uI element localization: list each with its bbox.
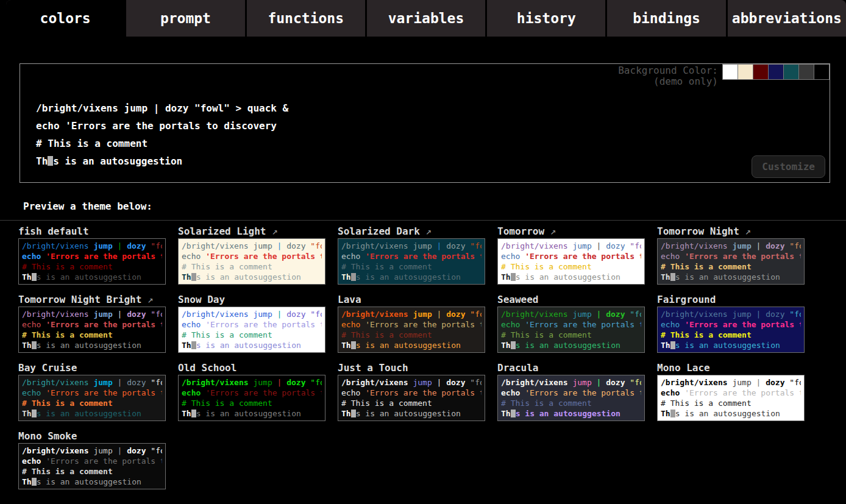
theme-sample-box[interactable]: /bright/vixens jump | dozy "fowl" > quac… xyxy=(657,375,805,421)
token-str: 'Errors are the portals to discovery xyxy=(525,252,641,261)
theme-name[interactable]: Mono Lace xyxy=(657,362,805,375)
theme-name[interactable]: Tomorrow Night Bright ↗ xyxy=(18,294,166,307)
theme-name[interactable]: Snow Day xyxy=(178,294,325,307)
theme-sample-box[interactable]: /bright/vixens jump | dozy "fowl" > quac… xyxy=(338,307,485,353)
sample-autosuggestion-line: Ths is an autosuggestion xyxy=(661,408,801,419)
token-echo: echo xyxy=(501,252,520,261)
tab-functions[interactable]: functions xyxy=(247,0,367,37)
theme-sample-box[interactable]: /bright/vixens jump | dozy "fowl" > quac… xyxy=(178,375,325,421)
theme-name[interactable]: Just a Touch xyxy=(338,362,485,375)
token-echo: echo xyxy=(22,320,41,329)
theme-name[interactable]: Fairground xyxy=(657,294,805,307)
external-link-icon[interactable]: ↗ xyxy=(739,225,751,237)
sample-autosuggestion-line: Ths is an autosuggestion xyxy=(182,272,322,282)
theme-sample-box[interactable]: /bright/vixens jump | dozy "fowl" > quac… xyxy=(18,443,166,489)
token-pipe: | xyxy=(118,241,123,250)
token-pipe: | xyxy=(437,378,442,387)
token-echo: echo xyxy=(182,320,201,329)
sample-comment-line: # This is a comment xyxy=(661,330,801,340)
token-path: /bright/vixens xyxy=(182,378,249,387)
theme-tile-dracula[interactable]: Dracula/bright/vixens jump | dozy "fowl"… xyxy=(497,362,645,421)
theme-tile-bay-cruise[interactable]: Bay Cruise/bright/vixens jump | dozy "fo… xyxy=(18,362,166,421)
theme-tile-snow-day[interactable]: Snow Day/bright/vixens jump | dozy "fowl… xyxy=(178,294,325,353)
token-str: 'Errors are the portals to discovery xyxy=(684,320,801,329)
cursor-block xyxy=(511,410,516,417)
theme-tile-tomorrow[interactable]: Tomorrow ↗/bright/vixens jump | dozy "fo… xyxy=(497,225,645,285)
theme-tile-solarized-light[interactable]: Solarized Light ↗/bright/vixens jump | d… xyxy=(178,225,325,285)
tab-history[interactable]: history xyxy=(487,0,607,37)
theme-name[interactable]: Old School xyxy=(178,362,325,375)
theme-sample-box[interactable]: /bright/vixens jump | dozy "fowl" > quac… xyxy=(18,307,166,353)
preview-autosuggestion-text: s is an autosuggestion xyxy=(53,155,182,167)
sample-command-line: /bright/vixens jump | dozy "fowl" > quac… xyxy=(501,241,641,251)
bg-swatch-0[interactable] xyxy=(722,64,738,80)
token-pipe: | xyxy=(277,241,282,250)
theme-sample-box[interactable]: /bright/vixens jump | dozy "fowl" > quac… xyxy=(18,375,166,421)
bg-swatch-1[interactable] xyxy=(738,64,753,80)
token-quote: "fowl" > quack & xyxy=(470,378,482,387)
sample-autosuggestion-line: Ths is an autosuggestion xyxy=(501,408,641,419)
token-str: 'Errors are the portals to discovery xyxy=(205,320,322,329)
theme-tile-mono-smoke[interactable]: Mono Smoke/bright/vixens jump | dozy "fo… xyxy=(18,430,166,489)
theme-tile-solarized-dark[interactable]: Solarized Dark ↗/bright/vixens jump | do… xyxy=(338,225,485,285)
tab-colors[interactable]: colors xyxy=(6,0,126,37)
theme-tile-mono-lace[interactable]: Mono Lace/bright/vixens jump | dozy "fow… xyxy=(657,362,805,421)
theme-tile-old-school[interactable]: Old School/bright/vixens jump | dozy "fo… xyxy=(178,362,325,421)
theme-sample-box[interactable]: /bright/vixens jump | dozy "fowl" > quac… xyxy=(657,307,805,353)
colors-tab-content: Background Color: (demo only) /bright/vi… xyxy=(0,63,846,489)
bg-swatch-2[interactable] xyxy=(753,64,769,80)
token-path: /bright/vixens xyxy=(501,310,568,319)
theme-tile-seaweed[interactable]: Seaweed/bright/vixens jump | dozy "fowl"… xyxy=(497,294,645,353)
token-pipe: | xyxy=(118,378,123,387)
theme-tile-tomorrow-night-bright[interactable]: Tomorrow Night Bright ↗/bright/vixens ju… xyxy=(18,294,166,353)
theme-sample-box[interactable]: /bright/vixens jump | dozy "fowl" > quac… xyxy=(338,238,485,285)
bg-swatch-3[interactable] xyxy=(768,64,784,80)
sample-autosuggestion-line: Ths is an autosuggestion xyxy=(661,272,801,282)
theme-sample-box[interactable]: /bright/vixens jump | dozy "fowl" > quac… xyxy=(497,307,645,353)
theme-sample-box[interactable]: /bright/vixens jump | dozy "fowl" > quac… xyxy=(497,375,645,421)
token-str: 'Errors are the portals to discovery xyxy=(525,388,641,397)
theme-sample-box[interactable]: /bright/vixens jump | dozy "fowl" > quac… xyxy=(338,375,485,421)
cursor-block xyxy=(32,410,37,417)
theme-tile-just-a-touch[interactable]: Just a Touch/bright/vixens jump | dozy "… xyxy=(338,362,485,421)
theme-name[interactable]: fish default xyxy=(18,225,166,238)
token-echo: echo xyxy=(661,252,680,261)
theme-name[interactable]: Mono Smoke xyxy=(18,430,166,443)
tab-variables[interactable]: variables xyxy=(367,0,487,37)
theme-name[interactable]: Lava xyxy=(338,294,485,307)
cursor-block xyxy=(511,341,516,349)
customize-button[interactable]: Customize xyxy=(752,155,825,178)
token-pipe: | xyxy=(597,241,602,250)
token-quote: "fowl" > quack & xyxy=(151,378,162,387)
theme-sample-box[interactable]: /bright/vixens jump | dozy "fowl" > quac… xyxy=(178,307,325,353)
theme-tile-lava[interactable]: Lava/bright/vixens jump | dozy "fowl" > … xyxy=(338,294,485,353)
theme-tile-fish-default[interactable]: fish default/bright/vixens jump | dozy "… xyxy=(18,225,166,285)
theme-name[interactable]: Solarized Light ↗ xyxy=(178,225,325,238)
external-link-icon[interactable]: ↗ xyxy=(266,225,278,237)
sample-comment-line: # This is a comment xyxy=(22,330,162,340)
token-comment: # This is a comment xyxy=(501,399,592,408)
theme-name[interactable]: Seaweed xyxy=(497,294,645,307)
theme-name[interactable]: Tomorrow ↗ xyxy=(497,225,645,238)
theme-sample-box[interactable]: /bright/vixens jump | dozy "fowl" > quac… xyxy=(497,238,645,285)
bg-swatch-5[interactable] xyxy=(798,64,814,80)
token-quote: "fowl" > quack & xyxy=(630,310,641,319)
tab-prompt[interactable]: prompt xyxy=(126,0,246,37)
bg-swatch-4[interactable] xyxy=(783,64,799,80)
bg-swatch-6[interactable] xyxy=(814,64,830,80)
external-link-icon[interactable]: ↗ xyxy=(420,225,432,237)
theme-name[interactable]: Bay Cruise xyxy=(18,362,166,375)
theme-name[interactable]: Dracula xyxy=(497,362,645,375)
theme-tile-tomorrow-night[interactable]: Tomorrow Night ↗/bright/vixens jump | do… xyxy=(657,225,805,285)
theme-sample-box[interactable]: /bright/vixens jump | dozy "fowl" > quac… xyxy=(18,238,166,285)
theme-sample-box[interactable]: /bright/vixens jump | dozy "fowl" > quac… xyxy=(178,238,325,285)
external-link-icon[interactable]: ↗ xyxy=(544,225,556,237)
theme-sample-box[interactable]: /bright/vixens jump | dozy "fowl" > quac… xyxy=(657,238,805,285)
theme-name[interactable]: Tomorrow Night ↗ xyxy=(657,225,805,238)
theme-name[interactable]: Solarized Dark ↗ xyxy=(338,225,485,238)
theme-tile-fairground[interactable]: Fairground/bright/vixens jump | dozy "fo… xyxy=(657,294,805,353)
tab-abbreviations[interactable]: abbreviations xyxy=(728,0,846,37)
token-typed: Th xyxy=(22,477,32,486)
tab-bindings[interactable]: bindings xyxy=(607,0,727,37)
external-link-icon[interactable]: ↗ xyxy=(141,294,153,305)
